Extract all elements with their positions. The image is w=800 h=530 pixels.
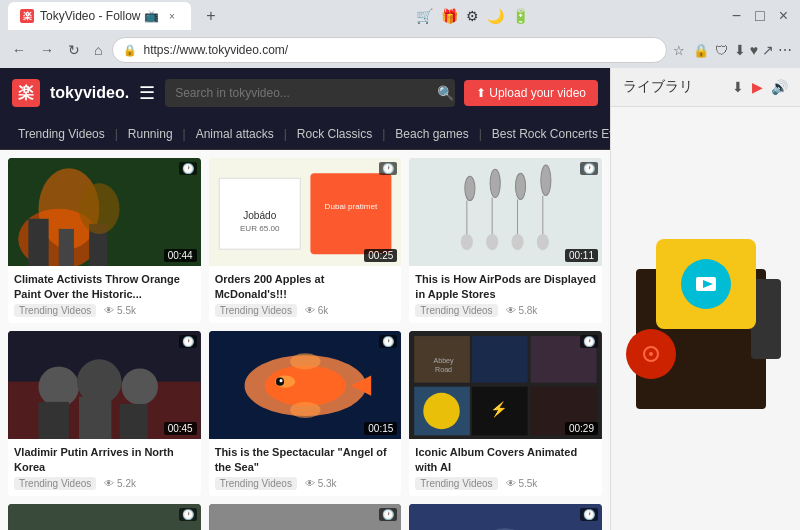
svg-point-42 [290, 402, 320, 418]
search-button[interactable]: 🔍 [437, 85, 454, 101]
svg-rect-54 [8, 504, 200, 530]
video-meta: Trending Videos 👁 5.5k [14, 304, 195, 317]
svg-point-65 [649, 352, 653, 356]
video-category: Trending Videos [14, 477, 96, 490]
logo-box: 楽 [12, 79, 40, 107]
video-info: This is the Spectacular "Angel of the Se… [209, 439, 402, 496]
forward-button[interactable]: → [36, 38, 58, 62]
gear-icon: ⚙ [466, 8, 479, 24]
website: 楽 tokyvideo. ☰ 🔍 ⬆ Upload your video Tre… [0, 68, 610, 530]
video-meta: Trending Videos 👁 5.5k [415, 477, 596, 490]
tab-favicon: 楽 [20, 9, 34, 23]
svg-rect-57 [209, 504, 401, 530]
home-button[interactable]: ⌂ [90, 38, 106, 62]
video-duration: 00:15 [364, 422, 397, 435]
browser-titlebar: 楽 TokyVideo - Follow 📺 × + 🛒 🎁 ⚙ 🌙 🔋 − □… [0, 0, 800, 32]
search-input[interactable] [165, 79, 455, 107]
toolbar-right: ⬇ ♥ ↗ ⋯ [734, 42, 792, 58]
new-tab-button[interactable]: + [197, 2, 225, 30]
videos-grid: 🕐 00:44 Climate Activists Throw Orange P… [8, 158, 602, 530]
nav-item-beach-games[interactable]: Beach games [385, 118, 478, 149]
refresh-button[interactable]: ↻ [64, 38, 84, 62]
video-info: Iconic Album Covers Animated with AI Tre… [409, 439, 602, 496]
video-card[interactable]: 🕐 00:11 This is How AirPods are Displaye… [409, 158, 602, 323]
svg-point-30 [122, 368, 158, 404]
svg-point-49 [424, 393, 460, 429]
svg-text:Abbey: Abbey [434, 357, 455, 365]
video-title: Vladimir Putin Arrives in North Korea [14, 445, 195, 474]
svg-point-40 [279, 379, 282, 382]
panel-icons: ⬇ ▶ 🔊 [732, 79, 788, 95]
logo-text: tokyvideo. [50, 84, 129, 102]
video-category: Trending Videos [415, 304, 497, 317]
svg-text:EUR 65.00: EUR 65.00 [240, 224, 280, 233]
clock-icon: 🕐 [580, 162, 598, 175]
cart-icon: 🛒 [416, 8, 433, 24]
svg-point-15 [490, 169, 500, 197]
video-card[interactable]: 🕐 [409, 504, 602, 530]
browser-toolbar: ← → ↻ ⌂ 🔒 https://www.tokyvideo.com/ ☆ 🔒… [0, 32, 800, 68]
download-icon[interactable]: ⬇ [734, 42, 746, 58]
video-card[interactable]: 🕐 00:15 This is the Spectacular "Angel o… [209, 331, 402, 496]
video-category: Trending Videos [415, 477, 497, 490]
svg-text:Road: Road [435, 365, 452, 373]
lock-icon: 🔒 [123, 44, 137, 57]
maximize-button[interactable]: □ [751, 5, 769, 27]
bookmark-star-icon[interactable]: ☆ [673, 43, 685, 58]
video-thumbnail [409, 504, 602, 530]
svg-point-41 [290, 353, 320, 369]
video-card[interactable]: 🕐 00:45 Vladimir Putin Arrives in North … [8, 331, 201, 496]
video-info: Climate Activists Throw Orange Paint Ove… [8, 266, 201, 323]
svg-point-23 [486, 234, 498, 250]
volume-icon[interactable]: 🔊 [771, 79, 788, 95]
svg-rect-31 [39, 402, 69, 439]
promo-graphic [626, 229, 786, 409]
favorites-icon[interactable]: ♥ [750, 42, 758, 58]
video-card[interactable]: Abbey Road ⚡ [409, 331, 602, 496]
tab-close-button[interactable]: × [165, 9, 179, 23]
nav-item-running[interactable]: Running [118, 118, 183, 149]
view-count: 👁 6k [305, 305, 328, 316]
download-panel-icon[interactable]: ⬇ [732, 79, 744, 95]
address-text: https://www.tokyvideo.com/ [143, 43, 288, 57]
clock-icon: 🕐 [580, 508, 598, 521]
share-icon[interactable]: ↗ [762, 42, 774, 58]
video-info: Vladimir Putin Arrives in North Korea Tr… [8, 439, 201, 496]
nav-item-rock-classics[interactable]: Rock Classics [287, 118, 382, 149]
video-card[interactable]: 🕐 00:44 Climate Activists Throw Orange P… [8, 158, 201, 323]
video-card[interactable]: 🕐 [8, 504, 201, 530]
right-panel: ライブラリ ⬇ ▶ 🔊 [610, 68, 800, 530]
tab-title: TokyVideo - Follow 📺 [40, 9, 159, 23]
video-duration: 00:45 [164, 422, 197, 435]
hamburger-menu-icon[interactable]: ☰ [139, 82, 155, 104]
video-title: This is the Spectacular "Angel of the Se… [215, 445, 396, 474]
nav-item-trending[interactable]: Trending Videos [8, 118, 115, 149]
youtube-icon[interactable]: ▶ [752, 79, 763, 95]
upload-button[interactable]: ⬆ Upload your video [464, 80, 598, 106]
videos-area: 🕐 00:44 Climate Activists Throw Orange P… [0, 150, 610, 530]
video-duration: 00:29 [565, 422, 598, 435]
more-icon[interactable]: ⋯ [778, 42, 792, 58]
video-card[interactable]: 🕐 [209, 504, 402, 530]
promo-cyan-circle [681, 259, 731, 309]
close-button[interactable]: × [775, 5, 792, 27]
video-meta: Trending Videos 👁 5.3k [215, 477, 396, 490]
svg-rect-33 [120, 404, 148, 439]
nav-item-animal-attacks[interactable]: Animal attacks [186, 118, 284, 149]
nav-item-best-rock[interactable]: Best Rock Concerts Ever [482, 118, 610, 149]
svg-rect-4 [59, 229, 74, 266]
view-count: 👁 5.5k [104, 305, 136, 316]
view-count: 👁 5.2k [104, 478, 136, 489]
browser-tab[interactable]: 楽 TokyVideo - Follow 📺 × [8, 2, 191, 30]
svg-rect-3 [28, 219, 48, 267]
video-title: This is How AirPods are Displayed in App… [415, 272, 596, 301]
video-category: Trending Videos [215, 304, 297, 317]
video-category: Trending Videos [14, 304, 96, 317]
back-button[interactable]: ← [8, 38, 30, 62]
svg-point-24 [512, 234, 524, 250]
video-card[interactable]: Jobádo EUR 65.00 Dubai pratimet 🕐 00:25 … [209, 158, 402, 323]
svg-rect-32 [79, 397, 111, 440]
svg-point-28 [39, 366, 80, 407]
address-bar[interactable]: 🔒 https://www.tokyvideo.com/ [112, 37, 666, 63]
minimize-button[interactable]: − [728, 5, 745, 27]
